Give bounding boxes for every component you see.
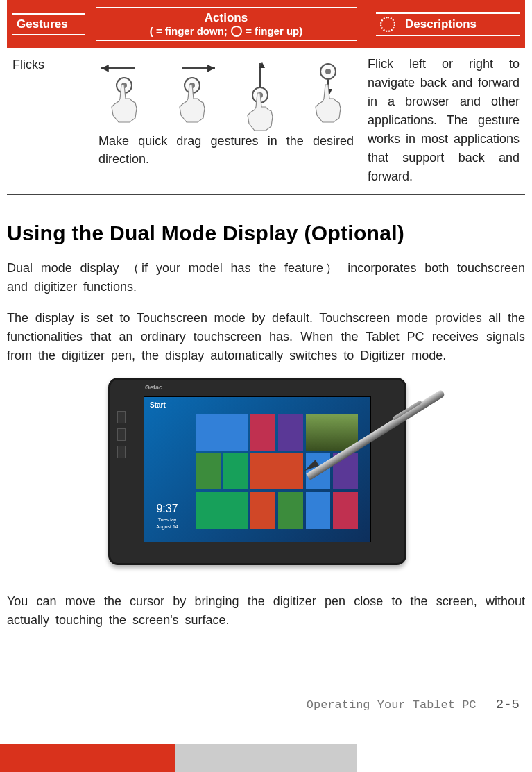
gesture-name: Flicks — [7, 48, 90, 195]
tablet-device: Getac Start 9:37 Tuesday August 14 — [108, 378, 406, 565]
screen-date: August 14 — [156, 524, 178, 529]
gestures-table: Gestures Actions ( = finger down; = fing… — [7, 0, 525, 195]
flick-illustrations: ◀ ▶ ▲ — [96, 55, 357, 132]
red-bar — [0, 744, 175, 772]
section-heading: Using the Dual Mode Display (Optional) — [7, 221, 525, 245]
tablet-screen: Start 9:37 Tuesday August 14 — [144, 396, 371, 542]
hardware-button — [117, 446, 126, 458]
header-descriptions-label: Descriptions — [405, 17, 477, 31]
finger-up-icon — [231, 26, 242, 37]
gesture-description: Flick left or right to navigate back and… — [362, 48, 525, 195]
page-footer: Operating Your Tablet PC 2-5 — [0, 697, 532, 712]
section-para-2: The display is set to Touchscreen mode b… — [7, 309, 525, 365]
action-caption: Make quick drag gestures in the desired … — [96, 132, 357, 168]
screen-sidebar: 9:37 Tuesday August 14 — [144, 410, 190, 529]
header-actions-legend: ( = finger down; = finger up) — [96, 25, 357, 37]
screen-day: Tuesday — [158, 517, 177, 522]
section-para-3: You can move the cursor by bringing the … — [7, 592, 525, 630]
screen-start-label: Start — [150, 401, 166, 409]
gray-bar — [175, 744, 357, 772]
bottom-decoration — [0, 744, 532, 772]
hardware-button — [117, 428, 126, 441]
tablet-figure: Getac Start 9:37 Tuesday August 14 — [7, 378, 525, 576]
footer-page-number: 2-5 — [496, 697, 520, 712]
flick-left-icon: ◀ — [96, 59, 153, 125]
section-para-1: Dual mode display （if your model has the… — [7, 259, 525, 296]
screen-time: 9:37 — [156, 503, 178, 515]
tablet-brand: Getac — [145, 384, 162, 391]
flick-down-icon: ▼ — [300, 59, 357, 125]
header-gestures: Gestures — [7, 0, 90, 48]
header-actions: Actions ( = finger down; = finger up) — [90, 0, 362, 48]
gesture-action: ◀ ▶ ▲ — [90, 48, 362, 195]
flick-right-icon: ▶ — [164, 59, 221, 125]
header-actions-label: Actions — [96, 11, 357, 25]
hardware-button — [117, 411, 126, 423]
flick-up-icon: ▲ — [232, 59, 289, 125]
header-descriptions: Descriptions — [362, 0, 525, 48]
table-row: Flicks ◀ ▶ — [7, 48, 525, 195]
dotted-circle-icon — [380, 17, 395, 32]
header-gestures-label: Gestures — [17, 17, 68, 31]
footer-chapter: Operating Your Tablet PC — [307, 698, 477, 712]
start-tiles — [196, 414, 358, 529]
